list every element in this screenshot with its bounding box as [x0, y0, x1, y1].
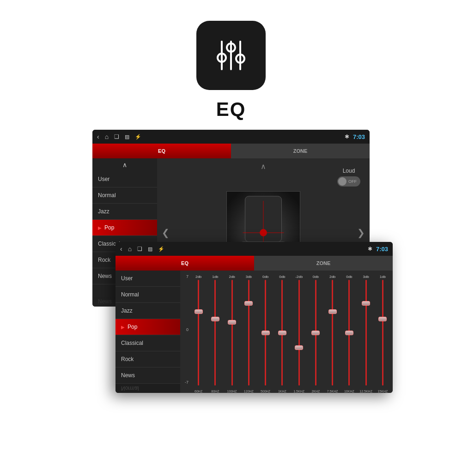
eq-panel: 7 0 -7 2db: [180, 271, 393, 393]
image-icon-2[interactable]: ▨: [148, 246, 152, 252]
eq-db-120hz: 3db: [246, 273, 252, 280]
app-title: EQ: [216, 98, 246, 121]
active-arrow-icon-2: ▶: [121, 325, 125, 330]
sidebar-label: User: [98, 176, 109, 182]
sidebar-item-pop-1[interactable]: ▶ Pop: [92, 220, 157, 236]
usb-icon-2[interactable]: ⚡: [158, 246, 164, 252]
eq-y-bot: -7: [185, 380, 188, 385]
sidebar-reflection-2: Normal: [116, 384, 180, 393]
eq-handle-1_5khz[interactable]: [295, 345, 303, 350]
sidebar-label: Pop: [104, 224, 114, 231]
eq-freq-120hz: 120HZ: [244, 386, 254, 393]
eq-db-60hz: 2db: [195, 273, 201, 280]
sidebar-item-pop-2[interactable]: ▶ Pop: [116, 319, 180, 335]
sidebar-item-classical-2[interactable]: Classical: [116, 335, 180, 351]
sidebar-label: Classical: [121, 340, 143, 346]
eq-db-10khz: 0db: [346, 273, 352, 280]
eq-channel-100hz: 2db 100HZ: [224, 273, 240, 393]
tab-eq-2[interactable]: EQ: [116, 256, 254, 271]
tab-zone-1[interactable]: ZONE: [231, 144, 370, 158]
eq-track-7_5khz: [332, 280, 333, 386]
nav-icons: ‹ ⌂ ❑ ▨ ⚡: [97, 133, 141, 140]
eq-db-1khz: 0db: [279, 273, 285, 280]
eq-db-1_5khz: -2db: [295, 273, 303, 280]
nav-left-arrow-1[interactable]: ❮: [162, 227, 170, 238]
status-bar-1: ‹ ⌂ ❑ ▨ ⚡ ✱ 7:03: [92, 130, 370, 144]
sidebar-item-rock-2[interactable]: Rock: [116, 351, 180, 368]
sidebar-item-normal-1[interactable]: Normal: [92, 187, 157, 204]
eq-track-1_5khz: [298, 280, 300, 386]
home-icon-2[interactable]: ⌂: [128, 245, 132, 253]
tab-zone-2[interactable]: ZONE: [254, 256, 393, 271]
eq-handle-12_5khz[interactable]: [362, 301, 370, 306]
nav-right-arrow-1[interactable]: ❯: [357, 227, 365, 238]
back-icon-2[interactable]: ‹: [120, 245, 122, 253]
sidebar-item-normal-2[interactable]: Normal: [116, 287, 180, 303]
eq-track-80hz: [214, 280, 216, 386]
eq-freq-12_5khz: 12.5KHZ: [359, 386, 372, 393]
screenshot-2: ‹ ⌂ ❑ ▨ ⚡ ✱ 7:03 EQ ZONE User: [116, 242, 393, 393]
status-bar-2: ‹ ⌂ ❑ ▨ ⚡ ✱ 7:03: [116, 242, 393, 256]
eq-channel-500hz: 0db 500HZ: [257, 273, 274, 393]
eq-handle-80hz[interactable]: [211, 317, 219, 321]
eq-handle-60hz[interactable]: [195, 309, 203, 314]
usb-icon[interactable]: ⚡: [135, 134, 141, 140]
loud-toggle-1[interactable]: OFF: [337, 176, 360, 187]
back-icon[interactable]: ‹: [97, 133, 99, 140]
sidebar-item-jazz-1[interactable]: Jazz: [92, 204, 157, 220]
content-area-2: User Normal Jazz ▶ Pop Classical Rock: [116, 271, 393, 393]
eq-handle-1khz[interactable]: [278, 331, 286, 335]
toggle-knob-1: [338, 177, 346, 186]
eq-handle-120hz[interactable]: [244, 301, 253, 306]
app-icon: [196, 21, 266, 90]
image-icon[interactable]: ▨: [125, 134, 129, 140]
app-header: EQ: [196, 21, 266, 121]
sidebar-label: User: [121, 275, 133, 282]
eq-channel-15khz: 1db 15KHZ: [375, 273, 391, 393]
eq-handle-2khz[interactable]: [311, 331, 320, 335]
eq-db-80hz: 1db: [212, 273, 218, 280]
eq-handle-7_5khz[interactable]: [328, 309, 337, 314]
sidebar-item-news-2[interactable]: News: [116, 368, 180, 384]
eq-channel-12_5khz: 3db 12.5KHZ: [358, 273, 374, 393]
sidebar-label: Jazz: [121, 307, 133, 314]
window-icon[interactable]: ❑: [114, 133, 119, 140]
status-time-1: 7:03: [353, 133, 365, 140]
tab-eq-1[interactable]: EQ: [92, 144, 231, 158]
loud-section-1: Loud OFF: [337, 168, 360, 187]
eq-freq-80hz: 80HZ: [211, 386, 219, 393]
eq-freq-500hz: 500HZ: [261, 386, 270, 393]
eq-channel-120hz: 3db 120HZ: [241, 273, 257, 393]
eq-handle-10khz[interactable]: [345, 331, 353, 335]
eq-area: 7 0 -7 2db: [180, 271, 393, 393]
window-icon-2[interactable]: ❑: [137, 246, 142, 252]
sidebar-item-user-2[interactable]: User: [116, 271, 180, 287]
eq-channels: 2db 60HZ 1db: [190, 273, 391, 393]
sidebar-item-user-1[interactable]: User: [92, 171, 157, 187]
sidebar-item-jazz-2[interactable]: Jazz: [116, 303, 180, 319]
eq-db-2khz: 0db: [313, 273, 319, 280]
eq-freq-2khz: 2KHZ: [311, 386, 320, 393]
home-icon[interactable]: ⌂: [105, 133, 109, 140]
active-arrow-icon-1: ▶: [98, 225, 102, 230]
eq-freq-10khz: 10KHZ: [344, 386, 354, 393]
panel-scroll-up-1[interactable]: ∧: [261, 162, 266, 171]
eq-track-120hz: [248, 280, 249, 386]
eq-y-mid: 0: [186, 327, 188, 332]
tab-bar-1: EQ ZONE: [92, 144, 370, 158]
toggle-off-text-1: OFF: [348, 179, 357, 184]
eq-freq-1_5khz: 1.5KHZ: [293, 386, 304, 393]
scroll-up-btn-1[interactable]: ∧: [92, 158, 157, 171]
eq-handle-100hz[interactable]: [228, 320, 236, 325]
screenshots-container: ‹ ⌂ ❑ ▨ ⚡ ✱ 7:03 EQ ZONE ∧: [69, 130, 393, 393]
eq-freq-15khz: 15KHZ: [377, 386, 388, 393]
eq-track-1khz: [281, 280, 283, 386]
eq-track-60hz: [198, 280, 199, 386]
eq-handle-15khz[interactable]: [378, 317, 387, 321]
eq-handle-500hz[interactable]: [261, 331, 270, 335]
eq-db-15khz: 1db: [380, 273, 386, 280]
status-time-2: 7:03: [376, 246, 388, 253]
tab-bar-2: EQ ZONE: [116, 256, 393, 271]
eq-track-10khz: [348, 280, 350, 386]
eq-track-15khz: [382, 280, 383, 386]
